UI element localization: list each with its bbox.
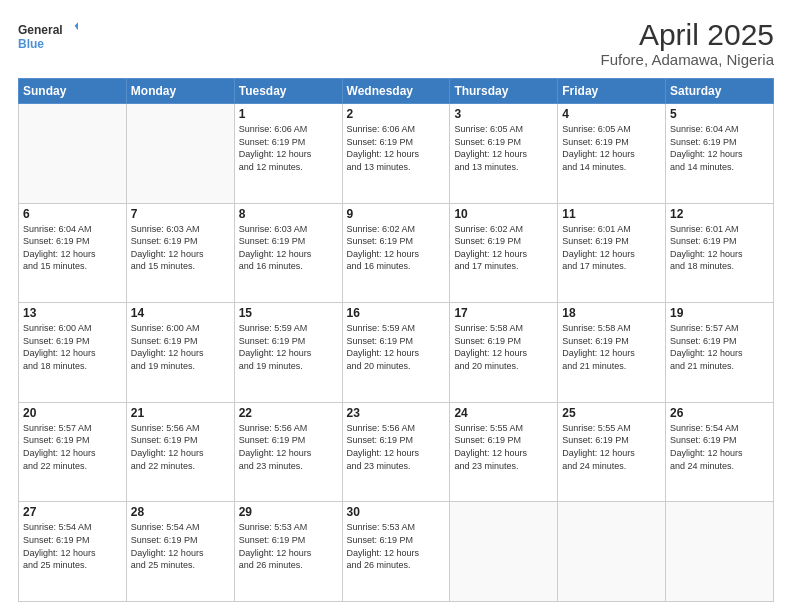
table-cell: 10Sunrise: 6:02 AM Sunset: 6:19 PM Dayli… <box>450 203 558 303</box>
title-block: April 2025 Fufore, Adamawa, Nigeria <box>601 18 774 68</box>
day-info: Sunrise: 5:56 AM Sunset: 6:19 PM Dayligh… <box>239 422 338 472</box>
table-cell: 9Sunrise: 6:02 AM Sunset: 6:19 PM Daylig… <box>342 203 450 303</box>
day-info: Sunrise: 5:58 AM Sunset: 6:19 PM Dayligh… <box>562 322 661 372</box>
table-cell <box>126 104 234 204</box>
day-info: Sunrise: 5:54 AM Sunset: 6:19 PM Dayligh… <box>131 521 230 571</box>
day-number: 7 <box>131 207 230 221</box>
day-number: 6 <box>23 207 122 221</box>
day-number: 21 <box>131 406 230 420</box>
day-number: 26 <box>670 406 769 420</box>
week-row-1: 1Sunrise: 6:06 AM Sunset: 6:19 PM Daylig… <box>19 104 774 204</box>
day-number: 24 <box>454 406 553 420</box>
header-wednesday: Wednesday <box>342 79 450 104</box>
day-number: 15 <box>239 306 338 320</box>
table-cell <box>450 502 558 602</box>
day-number: 10 <box>454 207 553 221</box>
day-number: 19 <box>670 306 769 320</box>
day-number: 8 <box>239 207 338 221</box>
header-saturday: Saturday <box>666 79 774 104</box>
day-info: Sunrise: 5:56 AM Sunset: 6:19 PM Dayligh… <box>347 422 446 472</box>
day-info: Sunrise: 6:06 AM Sunset: 6:19 PM Dayligh… <box>347 123 446 173</box>
week-row-3: 13Sunrise: 6:00 AM Sunset: 6:19 PM Dayli… <box>19 303 774 403</box>
table-cell <box>558 502 666 602</box>
table-cell: 28Sunrise: 5:54 AM Sunset: 6:19 PM Dayli… <box>126 502 234 602</box>
table-cell: 3Sunrise: 6:05 AM Sunset: 6:19 PM Daylig… <box>450 104 558 204</box>
day-info: Sunrise: 5:58 AM Sunset: 6:19 PM Dayligh… <box>454 322 553 372</box>
svg-text:General: General <box>18 23 63 37</box>
day-info: Sunrise: 6:02 AM Sunset: 6:19 PM Dayligh… <box>454 223 553 273</box>
table-cell: 29Sunrise: 5:53 AM Sunset: 6:19 PM Dayli… <box>234 502 342 602</box>
day-info: Sunrise: 6:03 AM Sunset: 6:19 PM Dayligh… <box>239 223 338 273</box>
day-info: Sunrise: 5:57 AM Sunset: 6:19 PM Dayligh… <box>670 322 769 372</box>
table-cell <box>666 502 774 602</box>
day-info: Sunrise: 5:55 AM Sunset: 6:19 PM Dayligh… <box>454 422 553 472</box>
day-info: Sunrise: 6:00 AM Sunset: 6:19 PM Dayligh… <box>131 322 230 372</box>
table-cell: 16Sunrise: 5:59 AM Sunset: 6:19 PM Dayli… <box>342 303 450 403</box>
svg-marker-2 <box>75 21 78 33</box>
day-number: 28 <box>131 505 230 519</box>
table-cell: 5Sunrise: 6:04 AM Sunset: 6:19 PM Daylig… <box>666 104 774 204</box>
day-info: Sunrise: 5:59 AM Sunset: 6:19 PM Dayligh… <box>239 322 338 372</box>
day-info: Sunrise: 6:05 AM Sunset: 6:19 PM Dayligh… <box>562 123 661 173</box>
svg-text:Blue: Blue <box>18 37 44 51</box>
table-cell: 23Sunrise: 5:56 AM Sunset: 6:19 PM Dayli… <box>342 402 450 502</box>
calendar-header-row: SundayMondayTuesdayWednesdayThursdayFrid… <box>19 79 774 104</box>
table-cell: 30Sunrise: 5:53 AM Sunset: 6:19 PM Dayli… <box>342 502 450 602</box>
day-info: Sunrise: 5:55 AM Sunset: 6:19 PM Dayligh… <box>562 422 661 472</box>
day-number: 3 <box>454 107 553 121</box>
header-sunday: Sunday <box>19 79 127 104</box>
subtitle: Fufore, Adamawa, Nigeria <box>601 51 774 68</box>
day-info: Sunrise: 5:54 AM Sunset: 6:19 PM Dayligh… <box>23 521 122 571</box>
day-number: 17 <box>454 306 553 320</box>
calendar-table: SundayMondayTuesdayWednesdayThursdayFrid… <box>18 78 774 602</box>
day-number: 20 <box>23 406 122 420</box>
page: General Blue April 2025 Fufore, Adamawa,… <box>0 0 792 612</box>
day-info: Sunrise: 5:57 AM Sunset: 6:19 PM Dayligh… <box>23 422 122 472</box>
week-row-5: 27Sunrise: 5:54 AM Sunset: 6:19 PM Dayli… <box>19 502 774 602</box>
day-info: Sunrise: 5:56 AM Sunset: 6:19 PM Dayligh… <box>131 422 230 472</box>
header-thursday: Thursday <box>450 79 558 104</box>
table-cell <box>19 104 127 204</box>
day-info: Sunrise: 6:06 AM Sunset: 6:19 PM Dayligh… <box>239 123 338 173</box>
day-number: 27 <box>23 505 122 519</box>
day-info: Sunrise: 6:01 AM Sunset: 6:19 PM Dayligh… <box>562 223 661 273</box>
day-number: 18 <box>562 306 661 320</box>
logo: General Blue <box>18 18 78 54</box>
day-info: Sunrise: 6:00 AM Sunset: 6:19 PM Dayligh… <box>23 322 122 372</box>
table-cell: 21Sunrise: 5:56 AM Sunset: 6:19 PM Dayli… <box>126 402 234 502</box>
day-number: 14 <box>131 306 230 320</box>
table-cell: 13Sunrise: 6:00 AM Sunset: 6:19 PM Dayli… <box>19 303 127 403</box>
table-cell: 4Sunrise: 6:05 AM Sunset: 6:19 PM Daylig… <box>558 104 666 204</box>
table-cell: 2Sunrise: 6:06 AM Sunset: 6:19 PM Daylig… <box>342 104 450 204</box>
table-cell: 27Sunrise: 5:54 AM Sunset: 6:19 PM Dayli… <box>19 502 127 602</box>
day-number: 23 <box>347 406 446 420</box>
day-number: 4 <box>562 107 661 121</box>
logo-svg: General Blue <box>18 18 78 54</box>
day-number: 9 <box>347 207 446 221</box>
week-row-2: 6Sunrise: 6:04 AM Sunset: 6:19 PM Daylig… <box>19 203 774 303</box>
header-monday: Monday <box>126 79 234 104</box>
day-number: 16 <box>347 306 446 320</box>
day-info: Sunrise: 6:01 AM Sunset: 6:19 PM Dayligh… <box>670 223 769 273</box>
table-cell: 19Sunrise: 5:57 AM Sunset: 6:19 PM Dayli… <box>666 303 774 403</box>
table-cell: 8Sunrise: 6:03 AM Sunset: 6:19 PM Daylig… <box>234 203 342 303</box>
day-info: Sunrise: 5:59 AM Sunset: 6:19 PM Dayligh… <box>347 322 446 372</box>
table-cell: 12Sunrise: 6:01 AM Sunset: 6:19 PM Dayli… <box>666 203 774 303</box>
header: General Blue April 2025 Fufore, Adamawa,… <box>18 18 774 68</box>
day-info: Sunrise: 6:02 AM Sunset: 6:19 PM Dayligh… <box>347 223 446 273</box>
day-number: 25 <box>562 406 661 420</box>
table-cell: 14Sunrise: 6:00 AM Sunset: 6:19 PM Dayli… <box>126 303 234 403</box>
day-info: Sunrise: 5:53 AM Sunset: 6:19 PM Dayligh… <box>347 521 446 571</box>
table-cell: 26Sunrise: 5:54 AM Sunset: 6:19 PM Dayli… <box>666 402 774 502</box>
table-cell: 11Sunrise: 6:01 AM Sunset: 6:19 PM Dayli… <box>558 203 666 303</box>
table-cell: 18Sunrise: 5:58 AM Sunset: 6:19 PM Dayli… <box>558 303 666 403</box>
table-cell: 1Sunrise: 6:06 AM Sunset: 6:19 PM Daylig… <box>234 104 342 204</box>
table-cell: 20Sunrise: 5:57 AM Sunset: 6:19 PM Dayli… <box>19 402 127 502</box>
day-info: Sunrise: 6:03 AM Sunset: 6:19 PM Dayligh… <box>131 223 230 273</box>
header-friday: Friday <box>558 79 666 104</box>
day-number: 13 <box>23 306 122 320</box>
table-cell: 6Sunrise: 6:04 AM Sunset: 6:19 PM Daylig… <box>19 203 127 303</box>
table-cell: 22Sunrise: 5:56 AM Sunset: 6:19 PM Dayli… <box>234 402 342 502</box>
day-number: 30 <box>347 505 446 519</box>
day-info: Sunrise: 6:05 AM Sunset: 6:19 PM Dayligh… <box>454 123 553 173</box>
